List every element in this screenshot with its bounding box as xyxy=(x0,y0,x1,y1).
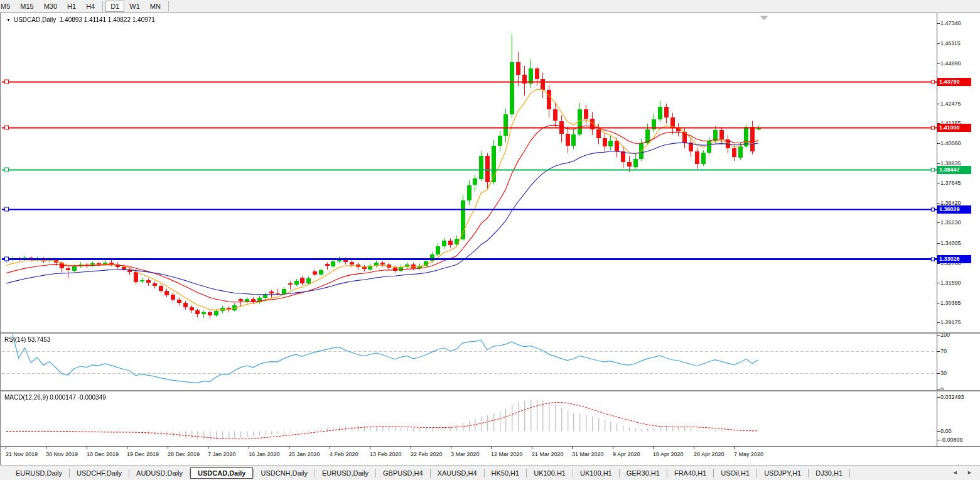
timeframe-button-mn[interactable]: MN xyxy=(145,1,166,12)
date-tick-mark xyxy=(208,447,208,449)
chart-tab-usdchf-daily[interactable]: USDCHF,Daily xyxy=(70,467,129,479)
pane-separator[interactable] xyxy=(1,332,980,334)
macd-tick-mark xyxy=(937,440,940,440)
macd-indicator-label: MACD(12,26,9) 0.000147 -0.000349 xyxy=(4,394,106,401)
date-tick-mark xyxy=(370,447,370,449)
timeframe-button-m30[interactable]: M30 xyxy=(39,1,62,12)
chart-tab-audusd-daily[interactable]: AUDUSD,Daily xyxy=(129,467,190,479)
chart-tab-usoil-h1[interactable]: USOil,H1 xyxy=(714,467,757,479)
price-tick-mark xyxy=(937,263,940,264)
date-tick-label: 21 Nov 2019 xyxy=(6,451,38,457)
chart-tab-usdcad-daily[interactable]: USDCAD,Daily xyxy=(190,467,253,479)
chart-tab-bar: EURUSD,DailyUSDCHF,DailyAUDUSD,DailyUSDC… xyxy=(0,465,980,480)
date-tick-mark xyxy=(532,447,532,449)
timeframe-button-d1[interactable]: D1 xyxy=(105,1,124,12)
hline-price-flag[interactable]: 1.43780 xyxy=(937,78,971,86)
chart-tab-fra40-h1[interactable]: FRA40,H1 xyxy=(667,467,713,479)
price-tick-mark xyxy=(937,63,940,64)
timeframe-button-m15[interactable]: M15 xyxy=(15,1,38,12)
price-tick-mark xyxy=(937,183,940,183)
date-tick-label: 16 Jan 2020 xyxy=(249,451,280,457)
chart-menu-icon[interactable]: ▼ xyxy=(6,18,11,22)
date-tick-mark xyxy=(330,447,330,449)
price-chart-canvas[interactable] xyxy=(2,14,937,332)
date-tick-label: 21 Mar 2020 xyxy=(532,451,564,457)
date-tick-label: 18 Apr 2020 xyxy=(653,451,684,457)
timeframe-button-h4[interactable]: H4 xyxy=(81,1,100,12)
price-tick-label: 1.35230 xyxy=(940,219,961,226)
hline-price-flag[interactable]: 1.38447 xyxy=(937,166,971,174)
date-tick-mark xyxy=(249,447,249,449)
chart-ohlc-values: 1.40893 1.41141 1.40822 1.40971 xyxy=(60,16,155,23)
price-tick-label: 1.47340 xyxy=(940,20,961,27)
chart-window: ▼USDCAD,Daily 1.40893 1.41141 1.40822 1.… xyxy=(0,13,980,466)
macd-tick-label: 0.00 xyxy=(940,428,952,435)
chart-tab-ger30-h1[interactable]: GER30,H1 xyxy=(620,467,667,479)
hline-price-flag[interactable]: 1.41000 xyxy=(937,124,971,132)
date-tick-mark xyxy=(613,447,613,449)
chart-tab-xauusd-h4[interactable]: XAUUSD,H4 xyxy=(431,467,484,479)
price-tick-label: 1.44890 xyxy=(940,60,961,67)
chart-tab-usdjpy-h1[interactable]: USDJPY,H1 xyxy=(757,467,808,479)
hline-price-flag[interactable]: 1.33026 xyxy=(937,255,971,263)
price-tick-label: 1.29175 xyxy=(940,319,961,326)
chart-tab-hk50-h1[interactable]: HK50,H1 xyxy=(485,467,527,479)
date-tick-mark xyxy=(289,447,289,449)
price-tick-mark xyxy=(937,222,940,223)
price-tick-mark xyxy=(937,104,940,104)
date-tick-mark xyxy=(451,447,451,449)
date-tick-label: 25 Jan 2020 xyxy=(289,451,320,457)
date-tick-label: 9 Apr 2020 xyxy=(613,451,640,457)
date-tick-mark xyxy=(653,447,654,449)
pane-separator xyxy=(1,446,980,447)
toolbar-separator xyxy=(168,1,169,11)
chart-tab-eurusd-daily[interactable]: EURUSD,Daily xyxy=(315,467,375,479)
rsi-canvas[interactable] xyxy=(2,334,937,390)
chart-symbol-period: USDCAD,Daily xyxy=(14,16,56,23)
tab-separator xyxy=(849,469,850,477)
hline-price-flag[interactable]: 1.36029 xyxy=(937,205,971,214)
rsi-tick-mark xyxy=(937,373,940,374)
rsi-indicator-label: RSI(14) 53.7453 xyxy=(4,336,50,343)
rsi-tick-label: 70 xyxy=(940,348,947,355)
price-tick-label: 1.37645 xyxy=(940,180,961,187)
date-tick-label: 12 Mar 2020 xyxy=(491,451,523,457)
chart-tab-uk100-h1[interactable]: UK100,H1 xyxy=(527,467,573,479)
date-tick-label: 7 May 2020 xyxy=(734,451,763,457)
macd-canvas[interactable] xyxy=(2,392,937,446)
chart-tab-usdcnh-daily[interactable]: USDCNH,Daily xyxy=(254,467,315,479)
macd-tick-label: 0.032493 xyxy=(940,394,964,401)
chart-tab-eurusd-daily[interactable]: EURUSD,Daily xyxy=(9,467,69,479)
date-tick-mark xyxy=(168,447,168,449)
price-tick-mark xyxy=(937,303,940,303)
date-tick-mark xyxy=(87,447,87,449)
timeframe-button-w1[interactable]: W1 xyxy=(124,1,145,12)
rsi-tick-mark xyxy=(937,351,940,352)
price-tick-mark xyxy=(937,243,940,244)
date-tick-mark xyxy=(694,447,694,449)
price-tick-mark xyxy=(937,283,940,283)
price-tick-label: 1.34005 xyxy=(940,240,961,247)
tab-scroll-arrows[interactable]: ◄ ► xyxy=(952,469,976,476)
price-tick-label: 1.31590 xyxy=(940,280,961,286)
rsi-tick-mark xyxy=(937,335,940,335)
date-tick-label: 30 Nov 2019 xyxy=(46,451,78,457)
timeframe-button-m5[interactable]: M5 xyxy=(0,1,15,12)
timeframe-toolbar: M5M15M30H1H4D1W1MN xyxy=(0,0,980,13)
chart-tab-dj30-h1[interactable]: DJ30,H1 xyxy=(809,467,849,479)
date-tick-mark xyxy=(734,447,735,449)
macd-tick-mark xyxy=(937,431,940,432)
price-tick-mark xyxy=(937,43,940,44)
date-tick-label: 22 Feb 2020 xyxy=(411,451,443,457)
price-tick-mark xyxy=(937,143,940,144)
date-tick-label: 28 Dec 2019 xyxy=(168,451,200,457)
date-tick-label: 4 Feb 2020 xyxy=(330,451,358,457)
timeframe-button-h1[interactable]: H1 xyxy=(62,1,81,12)
price-tick-label: 1.40060 xyxy=(940,140,961,147)
pane-separator[interactable] xyxy=(1,390,980,391)
price-tick-label: 1.42475 xyxy=(940,101,961,107)
chart-tab-gbpusd-h4[interactable]: GBPUSD,H4 xyxy=(376,467,430,479)
chart-tab-uk100-h1[interactable]: UK100,H1 xyxy=(573,467,619,479)
date-tick-mark xyxy=(127,447,127,449)
date-tick-label: 3 Mar 2020 xyxy=(451,451,480,457)
